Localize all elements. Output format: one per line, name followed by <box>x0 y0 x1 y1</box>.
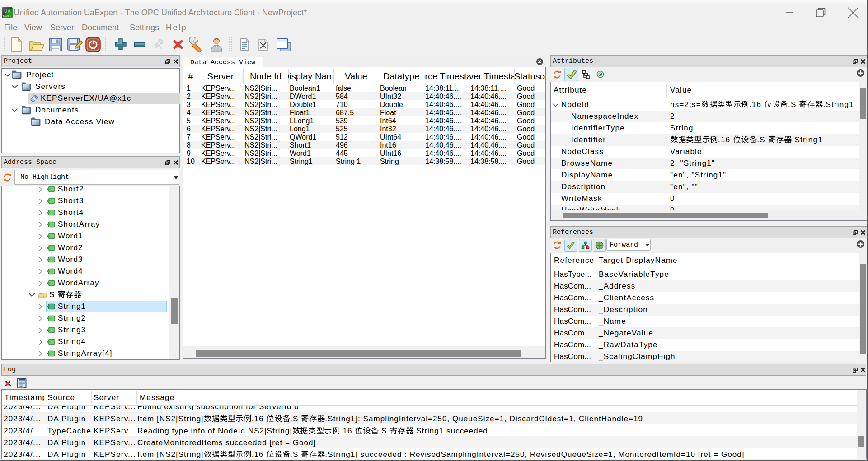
svg-text:expert: expert <box>2 14 10 18</box>
svg-text:UA: UA <box>4 9 10 14</box>
